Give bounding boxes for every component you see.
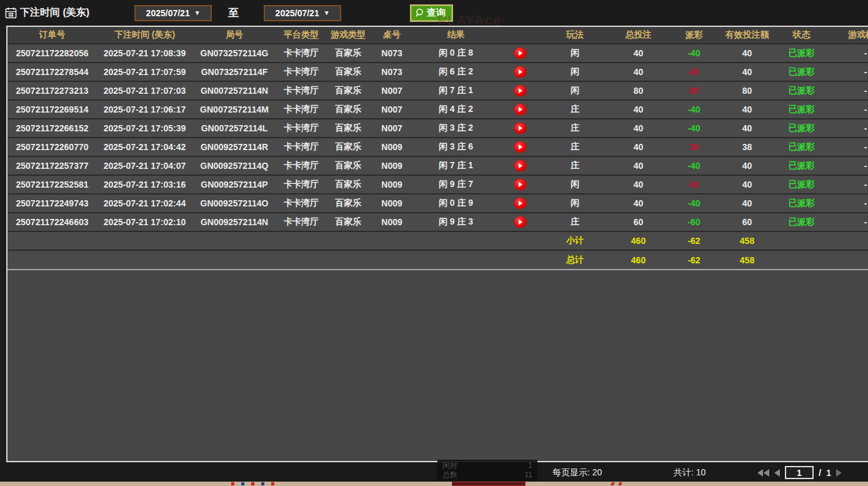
cell-play_type: 闲 [542, 175, 608, 194]
cell-time: 2025-07-21 17:05:39 [97, 119, 192, 138]
record-count-label: 共计: 10 [674, 467, 706, 478]
total-payout: -62 [669, 250, 719, 269]
play-video-button[interactable] [514, 198, 526, 209]
cell-status: 已派彩 [775, 44, 828, 63]
cell-play [498, 156, 542, 175]
cell-round: GN0092572114N [192, 213, 276, 231]
cell-order: 250721172282056 [7, 44, 97, 63]
cell-bet: 40 [608, 100, 669, 119]
subtotal-payout: -62 [669, 231, 719, 250]
cell-platform: 卡卡湾厅 [276, 63, 326, 81]
cell-round: GN0072572114L [192, 119, 276, 138]
play-icon [519, 88, 522, 93]
cell-table_no: N007 [370, 81, 414, 100]
query-button[interactable]: 查询 [410, 4, 453, 22]
cell-game: 百家乐 [326, 44, 370, 63]
cell-result: 闲 0 庄 9 [414, 194, 498, 213]
cell-status: 已派彩 [775, 100, 828, 119]
cell-play_type: 庄 [542, 138, 608, 156]
cell-play [498, 81, 542, 100]
play-video-button[interactable] [514, 48, 526, 59]
cell-game: 百家乐 [326, 194, 370, 213]
play-icon [519, 126, 522, 131]
date-from-select[interactable]: 2025/07/21 ▼ [134, 5, 212, 21]
cell-time: 2025-07-21 17:08:39 [97, 44, 192, 63]
cell-round: GN0092572114O [192, 194, 276, 213]
cell-result: 闲 0 庄 8 [414, 44, 498, 63]
cell-payout: -40 [669, 119, 719, 138]
cell-mode: - [828, 119, 868, 138]
total-spacer [7, 250, 542, 269]
chevron-down-icon: ▼ [324, 9, 330, 16]
prev-page-button[interactable] [774, 469, 780, 477]
play-video-button[interactable] [514, 216, 526, 228]
play-video-button[interactable] [514, 66, 526, 78]
table-row: 2507211722525812025-07-21 17:03:16GN0092… [7, 175, 868, 194]
cell-bet: 40 [608, 119, 669, 138]
play-video-button[interactable] [514, 104, 526, 115]
page-number-input[interactable] [785, 466, 814, 479]
speck [611, 482, 615, 485]
table-row: 2507211722573772025-07-21 17:04:07GN0092… [7, 156, 868, 175]
cell-table_no: N009 [370, 138, 414, 156]
total-valid: 458 [719, 250, 775, 269]
first-page-button[interactable] [757, 469, 769, 477]
table-empty-area [7, 269, 868, 461]
ghost-value: 11 [525, 470, 532, 480]
cell-time: 2025-07-21 17:02:44 [97, 194, 192, 213]
table-row: 2507211722695142025-07-21 17:06:17GN0072… [7, 100, 868, 119]
cell-mode: - [828, 138, 868, 156]
cell-table_no: N009 [370, 194, 414, 213]
cell-time: 2025-07-21 17:03:16 [97, 175, 192, 194]
cell-payout: -40 [669, 44, 719, 63]
cell-play_type: 闲 [542, 44, 608, 63]
table-row: 2507211722785442025-07-21 17:07:59GN0732… [7, 63, 868, 81]
cell-payout: 38 [669, 138, 719, 156]
cell-result: 闲 7 庄 1 [414, 81, 498, 100]
cell-valid: 60 [719, 213, 775, 231]
cell-mode: - [828, 194, 868, 213]
cell-result: 闲 6 庄 2 [414, 63, 498, 81]
cell-bet: 40 [608, 63, 669, 81]
speck [271, 482, 274, 485]
cell-game: 百家乐 [326, 119, 370, 138]
page-separator: / [819, 467, 821, 478]
play-video-button[interactable] [514, 160, 526, 171]
next-page-button[interactable] [836, 469, 842, 477]
cell-mode: - [828, 175, 868, 194]
table-row: 2507211722607702025-07-21 17:04:42GN0092… [7, 138, 868, 156]
cell-valid: 80 [719, 81, 775, 100]
table-row: 2507211722732132025-07-21 17:07:03GN0072… [7, 81, 868, 100]
query-button-label: 查询 [427, 7, 446, 19]
play-video-button[interactable] [514, 123, 526, 134]
cell-order: 250721172249743 [7, 194, 97, 213]
cell-result: 闲 3 庄 2 [414, 119, 498, 138]
cell-game: 百家乐 [326, 81, 370, 100]
cell-order: 250721172260770 [7, 138, 97, 156]
subtotal-bet: 460 [608, 231, 669, 250]
play-video-button[interactable] [514, 141, 526, 153]
column-header-9: 总投注 [608, 27, 669, 44]
cell-play [498, 100, 542, 119]
cell-order: 250721172266152 [7, 119, 97, 138]
cell-platform: 卡卡湾厅 [276, 100, 326, 119]
cell-status: 已派彩 [775, 213, 828, 231]
play-video-button[interactable] [514, 85, 526, 96]
cell-platform: 卡卡湾厅 [276, 156, 326, 175]
cell-valid: 38 [719, 138, 775, 156]
cell-time: 2025-07-21 17:07:03 [97, 81, 192, 100]
date-to-select[interactable]: 2025/07/21 ▼ [264, 5, 341, 21]
cell-play_type: 庄 [542, 100, 608, 119]
cell-order: 250721172273213 [7, 81, 97, 100]
column-header-0: 订单号 [7, 27, 97, 44]
cell-time: 2025-07-21 17:06:17 [97, 100, 192, 119]
play-icon [519, 220, 522, 225]
cell-table_no: N009 [370, 156, 414, 175]
chevron-down-icon: ▼ [194, 9, 201, 16]
cell-platform: 卡卡湾厅 [276, 44, 326, 63]
cell-play [498, 194, 542, 213]
cell-game: 百家乐 [326, 175, 370, 194]
play-video-button[interactable] [514, 179, 526, 190]
cell-mode: - [828, 81, 868, 100]
column-header-13: 游戏模式 [828, 27, 868, 44]
